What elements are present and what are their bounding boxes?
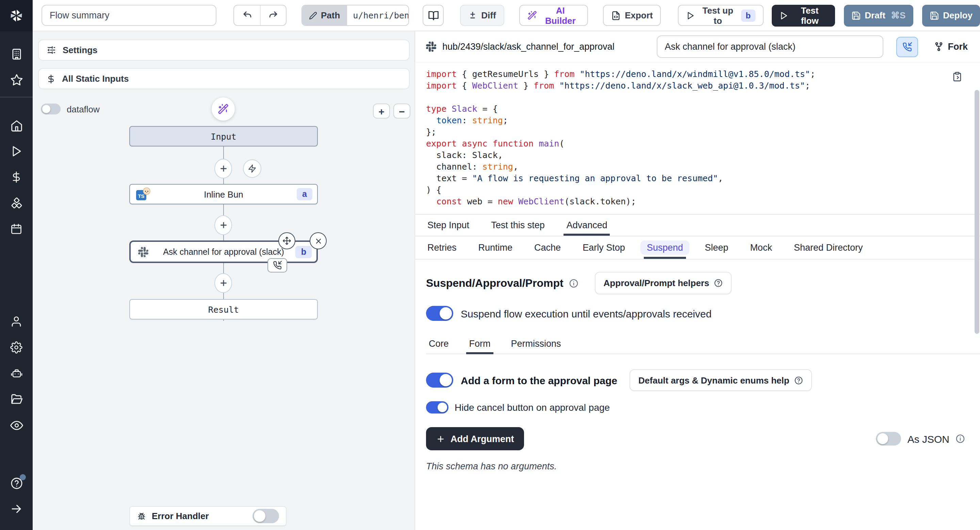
flow-graph: dataflow + − Input TS [33, 31, 414, 530]
tab-core[interactable]: Core [427, 333, 450, 354]
tab-permissions[interactable]: Permissions [510, 333, 563, 354]
add-argument-button[interactable]: Add Argument [426, 427, 524, 450]
dataflow-label: dataflow [67, 104, 100, 114]
code-line: text = "A flow is requesting an approval… [426, 172, 953, 184]
phone-incoming-icon [273, 261, 282, 270]
fork-button[interactable]: Fork [933, 42, 968, 52]
code-editor[interactable]: import { getResumeUrls } from "https://d… [415, 62, 980, 214]
export-file-icon [611, 11, 620, 20]
diff-icon [468, 11, 477, 20]
save-icon [851, 11, 861, 20]
copy-code-button[interactable] [952, 72, 962, 82]
export-button[interactable]: Export [603, 5, 661, 26]
error-handler-toggle[interactable] [253, 509, 279, 523]
dollar-icon [10, 171, 22, 183]
suspend-approval-indicator-badge[interactable] [267, 258, 287, 273]
path-value: u/henri/ben [347, 5, 409, 25]
tab-shared-directory[interactable]: Shared Directory [792, 236, 864, 259]
step-name-input[interactable] [656, 35, 883, 58]
sidebar-item-schedules[interactable] [0, 216, 33, 242]
test-up-to-button[interactable]: Test up to b [678, 5, 763, 26]
tab-form[interactable]: Form [468, 333, 492, 354]
draft-button[interactable]: Draft ⌘S [843, 5, 913, 26]
diff-button[interactable]: Diff [460, 5, 504, 26]
sidebar-item-folders[interactable] [0, 386, 33, 412]
sidebar-item-workers[interactable] [0, 360, 33, 386]
panel-scrollbar[interactable] [975, 90, 979, 334]
slack-icon [138, 247, 148, 257]
undo-button[interactable] [234, 5, 260, 25]
zoom-out-button[interactable]: − [393, 104, 410, 118]
tab-advanced[interactable]: Advanced [565, 215, 609, 236]
hide-cancel-toggle[interactable] [426, 401, 449, 413]
bug-icon [137, 511, 146, 521]
as-json-toggle[interactable] [876, 432, 901, 445]
move-step-button[interactable] [278, 232, 295, 249]
suspend-approval-toggle-button[interactable] [896, 37, 918, 57]
approval-prompt-helpers-button[interactable]: Approval/Prompt helpers [595, 272, 732, 294]
sidebar-item-home[interactable] [0, 112, 33, 138]
svg-text:TS: TS [138, 193, 144, 199]
hub-script-path: hub/2439/slack/ask_channel_for_approval [442, 42, 614, 52]
flow-summary-input[interactable] [41, 5, 217, 26]
sidebar-item-audit-logs[interactable] [0, 412, 33, 438]
error-handler-row[interactable]: Error Handler [129, 506, 286, 526]
sidebar-item-settings[interactable] [0, 334, 33, 360]
code-line: const web = new WebClient(slack.token); [426, 196, 953, 207]
tab-step-input[interactable]: Step Input [426, 215, 471, 236]
add-trigger-button[interactable] [243, 160, 261, 178]
redo-button[interactable] [260, 5, 285, 25]
folder-open-icon [10, 393, 23, 405]
windmill-logo-icon [8, 7, 24, 24]
ai-builder-button[interactable]: AI Builder [519, 5, 588, 26]
magic-wand-icon [218, 104, 229, 115]
tab-early-stop[interactable]: Early Stop [581, 236, 627, 259]
eye-icon [10, 418, 23, 431]
tab-test-this-step[interactable]: Test this step [490, 215, 546, 236]
dataflow-toggle[interactable] [41, 104, 60, 115]
insert-step-button-2[interactable] [215, 215, 232, 235]
tab-sleep[interactable]: Sleep [703, 236, 730, 259]
code-line: slack: Slack, [426, 149, 953, 161]
zoom-in-button[interactable]: + [373, 104, 390, 118]
deploy-button[interactable]: Deploy [922, 5, 980, 26]
tab-runtime[interactable]: Runtime [477, 236, 514, 259]
insert-step-button-1[interactable] [215, 159, 232, 179]
suspend-flow-toggle-label: Suspend flow execution until events/appr… [461, 308, 711, 319]
tab-mock[interactable]: Mock [749, 236, 773, 259]
tab-cache[interactable]: Cache [533, 236, 562, 259]
sidebar-collapse-button[interactable] [0, 496, 33, 522]
clipboard-icon [952, 72, 962, 82]
default-args-help-button[interactable]: Default args & Dynamic enums help [630, 369, 812, 391]
test-flow-button[interactable]: Test flow [772, 5, 835, 26]
flow-node-input[interactable]: Input [129, 126, 318, 147]
flow-node-inline-bun[interactable]: TS Inline Bun a [129, 184, 318, 204]
suspend-flow-toggle[interactable] [426, 306, 453, 321]
ai-flow-wand-button[interactable] [212, 97, 235, 121]
delete-step-button[interactable] [310, 232, 327, 249]
tab-retries[interactable]: Retries [426, 236, 458, 259]
sidebar-item-workspace[interactable] [0, 41, 33, 67]
flow-graph-panel: Settings All Static Inputs dataflow + − … [33, 31, 415, 530]
path-button[interactable]: Path u/henri/ben [301, 5, 409, 26]
plus-icon [219, 164, 228, 173]
calendar-icon [10, 223, 22, 235]
docs-button[interactable] [423, 5, 444, 26]
sidebar-item-users[interactable] [0, 309, 33, 334]
sidebar-item-resources[interactable] [0, 190, 33, 216]
insert-step-button-3[interactable] [215, 273, 232, 293]
code-line: type Slack = { [426, 103, 953, 115]
windmill-flow-editor: Path u/henri/ben Diff AI Builder Export … [0, 0, 980, 530]
code-line: ) { [426, 184, 953, 196]
sidebar-item-favorites[interactable] [0, 67, 33, 93]
add-form-toggle[interactable] [426, 373, 453, 388]
windmill-logo[interactable] [0, 0, 33, 31]
help-circle-icon [714, 279, 723, 287]
flow-node-result[interactable]: Result [129, 299, 318, 319]
sidebar-item-variables[interactable] [0, 164, 33, 190]
tab-suspend[interactable]: Suspend [646, 236, 685, 259]
sidebar-item-runs[interactable] [0, 138, 33, 164]
sidebar-item-help[interactable] [0, 470, 33, 496]
git-fork-icon [933, 42, 943, 52]
undo-redo-group [234, 5, 286, 26]
